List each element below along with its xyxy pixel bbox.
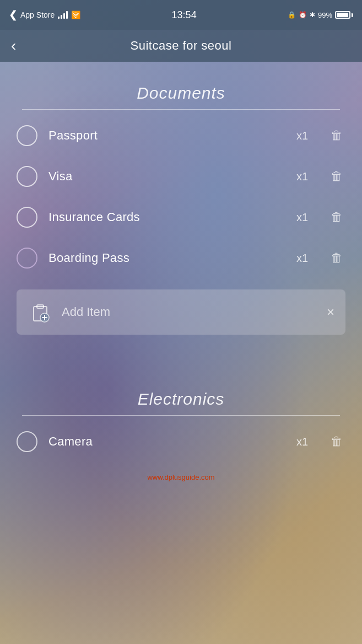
documents-title: Documents [22, 84, 340, 103]
add-item-placeholder: Add Item [62, 305, 318, 319]
list-item: Visa x1 🗑 [0, 156, 362, 197]
main-content: Documents Passport x1 🗑 Visa x1 🗑 Insura… [0, 62, 362, 498]
documents-divider [22, 109, 340, 110]
status-time: 13:54 [172, 9, 197, 21]
documents-header: Documents [0, 73, 362, 109]
wifi-icon: 🛜 [71, 10, 80, 19]
watermark-text: www.dplusguide.com [147, 473, 214, 481]
passport-checkbox[interactable] [17, 125, 37, 146]
status-right: 🔒 ⏰ ✱ 99% [288, 11, 353, 19]
passport-count: x1 [296, 130, 308, 142]
alarm-icon: ⏰ [299, 11, 307, 19]
insurance-checkbox[interactable] [17, 207, 37, 228]
bluetooth-icon: ✱ [310, 11, 315, 19]
add-item-bar[interactable]: Add Item × [17, 289, 345, 335]
electronics-section: Electronics Camera x1 🗑 [0, 379, 362, 462]
lock-icon: 🔒 [288, 11, 296, 19]
nav-bar: ‹ Suitcase for seoul [0, 30, 362, 62]
visa-count: x1 [296, 170, 308, 183]
insurance-label: Insurance Cards [48, 210, 285, 224]
camera-label: Camera [48, 434, 285, 449]
camera-checkbox[interactable] [17, 431, 37, 452]
back-button[interactable]: ‹ [11, 38, 16, 53]
add-item-close-button[interactable]: × [327, 304, 334, 320]
watermark: www.dplusguide.com [0, 468, 362, 487]
boarding-count: x1 [296, 252, 308, 265]
status-bar: ❮ App Store 🛜 13:54 🔒 ⏰ ✱ 99% [0, 0, 362, 30]
list-item: Camera x1 🗑 [0, 421, 362, 462]
electronics-header: Electronics [0, 379, 362, 415]
documents-section: Documents Passport x1 🗑 Visa x1 🗑 Insura… [0, 73, 362, 278]
electronics-divider [22, 415, 340, 416]
visa-delete-button[interactable]: 🗑 [328, 169, 345, 184]
battery-pct: 99% [318, 11, 332, 19]
boarding-delete-button[interactable]: 🗑 [328, 251, 345, 265]
visa-checkbox[interactable] [17, 166, 37, 187]
signal-icon [58, 11, 68, 19]
appstore-back-icon: ❮ [9, 9, 17, 21]
passport-label: Passport [48, 128, 285, 143]
boarding-checkbox[interactable] [17, 248, 37, 269]
passport-delete-button[interactable]: 🗑 [328, 128, 345, 143]
nav-title: Suitcase for seoul [131, 39, 232, 53]
status-left: ❮ App Store 🛜 [9, 9, 80, 21]
insurance-delete-button[interactable]: 🗑 [328, 210, 345, 224]
electronics-title: Electronics [22, 390, 340, 409]
visa-label: Visa [48, 169, 285, 184]
list-item: Boarding Pass x1 🗑 [0, 238, 362, 278]
battery-icon [335, 11, 353, 19]
insurance-count: x1 [296, 211, 308, 224]
list-item: Insurance Cards x1 🗑 [0, 197, 362, 238]
list-item: Passport x1 🗑 [0, 115, 362, 156]
section-spacer [0, 346, 362, 379]
boarding-label: Boarding Pass [48, 251, 285, 265]
camera-count: x1 [296, 436, 308, 448]
carrier-label: App Store [20, 10, 55, 19]
camera-delete-button[interactable]: 🗑 [328, 434, 345, 449]
add-item-icon [28, 299, 53, 325]
